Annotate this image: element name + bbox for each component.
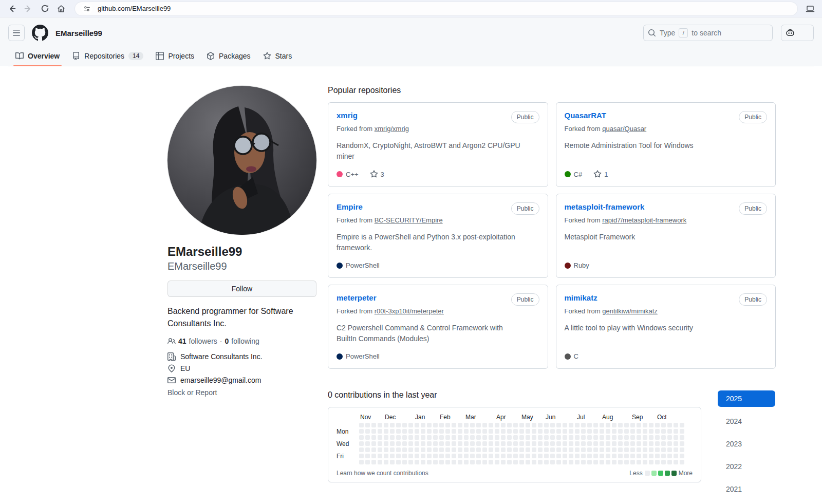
contribution-cell[interactable] (532, 454, 536, 458)
contribution-cell[interactable] (396, 454, 401, 458)
contribution-cell[interactable] (513, 454, 518, 458)
contribution-cell[interactable] (593, 441, 598, 446)
contribution-cell[interactable] (667, 454, 672, 458)
tab-stars[interactable]: Stars (259, 47, 296, 66)
contribution-cell[interactable] (581, 441, 586, 446)
contribution-cell[interactable] (495, 441, 499, 446)
contribution-cell[interactable] (519, 441, 524, 446)
contribution-cell[interactable] (489, 441, 493, 446)
contribution-cell[interactable] (550, 441, 555, 446)
contribution-cell[interactable] (643, 441, 647, 446)
contribution-cell[interactable] (618, 441, 623, 446)
contribution-cell[interactable] (476, 441, 481, 446)
contribution-cell[interactable] (501, 460, 506, 464)
contribution-cell[interactable] (458, 441, 462, 446)
contribution-cell[interactable] (427, 429, 432, 434)
contribution-cell[interactable] (482, 441, 487, 446)
contribution-cell[interactable] (680, 435, 684, 440)
repo-name-link[interactable]: QuasarRAT (565, 111, 606, 120)
contribution-cell[interactable] (526, 447, 530, 452)
contribution-cell[interactable] (575, 435, 580, 440)
contribution-cell[interactable] (433, 423, 438, 427)
contribution-cell[interactable] (643, 460, 647, 464)
contribution-cell[interactable] (359, 447, 364, 452)
contribution-cell[interactable] (526, 423, 530, 427)
contribution-cell[interactable] (464, 447, 469, 452)
contribution-cell[interactable] (587, 423, 592, 427)
contribution-cell[interactable] (661, 429, 666, 434)
repo-fork-link[interactable]: gentilkiwi/mimikatz (602, 307, 658, 315)
contribution-cell[interactable] (378, 454, 382, 458)
contribution-cell[interactable] (612, 435, 616, 440)
contribution-cell[interactable] (637, 454, 641, 458)
contribution-cell[interactable] (630, 447, 635, 452)
contribution-cell[interactable] (637, 435, 641, 440)
contribution-cell[interactable] (495, 447, 499, 452)
contribution-cell[interactable] (464, 429, 469, 434)
contribution-cell[interactable] (624, 435, 629, 440)
contribution-cell[interactable] (655, 447, 660, 452)
contribution-cell[interactable] (643, 435, 647, 440)
media-device-button[interactable] (804, 2, 817, 15)
contribution-cell[interactable] (482, 423, 487, 427)
contribution-cell[interactable] (532, 429, 536, 434)
contribution-cell[interactable] (661, 441, 666, 446)
contribution-cell[interactable] (482, 435, 487, 440)
forward-button[interactable] (22, 2, 35, 15)
contribution-cell[interactable] (378, 435, 382, 440)
contribution-cell[interactable] (470, 447, 475, 452)
contribution-cell[interactable] (649, 447, 653, 452)
contribution-cell[interactable] (359, 435, 364, 440)
contribution-cell[interactable] (674, 460, 678, 464)
contribution-cell[interactable] (649, 429, 653, 434)
contribution-cell[interactable] (538, 447, 543, 452)
contribution-cell[interactable] (439, 429, 444, 434)
contribution-cell[interactable] (371, 441, 376, 446)
contribution-cell[interactable] (495, 460, 499, 464)
contribution-cell[interactable] (365, 429, 370, 434)
contribution-cell[interactable] (600, 429, 604, 434)
contribution-cell[interactable] (501, 435, 506, 440)
contribution-cell[interactable] (618, 435, 623, 440)
contribution-cell[interactable] (513, 447, 518, 452)
contribution-cell[interactable] (378, 423, 382, 427)
contribution-cell[interactable] (637, 429, 641, 434)
year-button-2025[interactable]: 2025 (718, 390, 775, 407)
contribution-cell[interactable] (630, 435, 635, 440)
contribution-cell[interactable] (655, 454, 660, 458)
contribution-cell[interactable] (452, 441, 456, 446)
contribution-cell[interactable] (396, 441, 401, 446)
contribution-cell[interactable] (581, 460, 586, 464)
contribution-cell[interactable] (452, 460, 456, 464)
contribution-cell[interactable] (365, 435, 370, 440)
contribution-cell[interactable] (470, 454, 475, 458)
contribution-cell[interactable] (587, 441, 592, 446)
contribution-cell[interactable] (612, 460, 616, 464)
contribution-cell[interactable] (544, 435, 549, 440)
contribution-cell[interactable] (390, 441, 395, 446)
tab-repositories[interactable]: Repositories 14 (68, 47, 147, 66)
contribution-cell[interactable] (439, 423, 444, 427)
contribution-cell[interactable] (396, 435, 401, 440)
contribution-cell[interactable] (519, 429, 524, 434)
contribution-cell[interactable] (390, 460, 395, 464)
contribution-cell[interactable] (433, 454, 438, 458)
year-button-2023[interactable]: 2023 (718, 436, 775, 452)
contribution-cell[interactable] (649, 441, 653, 446)
contribution-cell[interactable] (667, 460, 672, 464)
contribution-cell[interactable] (402, 454, 407, 458)
repo-name-link[interactable]: meterpeter (337, 293, 377, 302)
contribution-cell[interactable] (637, 447, 641, 452)
contribution-cell[interactable] (507, 435, 512, 440)
contribution-cell[interactable] (359, 454, 364, 458)
contribution-cell[interactable] (674, 454, 678, 458)
contribution-cell[interactable] (427, 454, 432, 458)
contribution-cell[interactable] (421, 435, 425, 440)
contribution-cell[interactable] (674, 447, 678, 452)
contribution-cell[interactable] (600, 441, 604, 446)
contribution-cell[interactable] (667, 435, 672, 440)
contribution-cell[interactable] (421, 423, 425, 427)
contribution-cell[interactable] (476, 429, 481, 434)
contribution-cell[interactable] (587, 454, 592, 458)
contribution-cell[interactable] (593, 447, 598, 452)
